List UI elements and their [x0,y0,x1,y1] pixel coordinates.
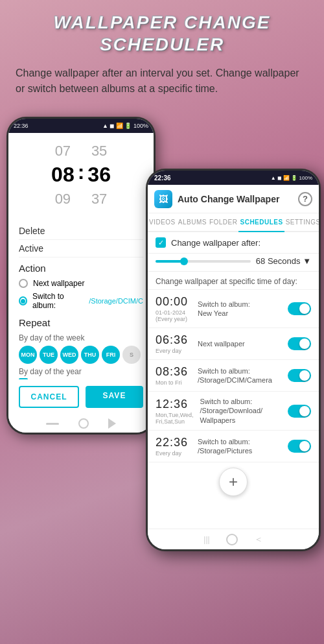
time-picker[interactable]: 07 08 09 : 35 36 37 [8,133,154,217]
right-nav-bar: ||| ＜ [148,529,319,549]
hour-column: 07 08 09 [51,142,75,209]
radio-dot [21,299,25,304]
day-mon[interactable]: MON [19,346,37,364]
schedule-time-block-2236: 22:36 Every day [156,436,191,457]
left-status-icons: ▲ ◼ 📶 🔋 100% [102,123,148,129]
nav-back-right[interactable]: ＜ [254,534,263,545]
schedule-item-0636[interactable]: 06:36 Every day Next wallpaper [148,328,319,360]
slider-thumb [180,257,188,265]
schedule-time-0836: 08:36 [156,365,191,379]
switch-album-label: Switch to album: [32,292,84,310]
schedule-item-2236[interactable]: 22:36 Every day Switch to album:/Storage… [148,431,319,462]
app-title: WALLPAPER CHANGE SCHEDULER [0,0,324,60]
schedule-item-0836[interactable]: 08:36 Mon to Fri Switch to album:/Storag… [148,360,319,392]
nav-back[interactable] [108,418,116,429]
left-form: Delete Active Action Next wallpaper Swit… [8,217,154,379]
right-status-bar: 22:36 ▲ ◼ 📶 🔋 100% [148,171,319,185]
toggle-0836[interactable] [288,369,311,382]
nav-recent[interactable] [46,423,59,425]
slider-fill [156,260,184,263]
help-icon[interactable]: ? [298,192,312,206]
top-hour: 07 [55,142,71,161]
slider-value: 68 Seconds ▼ [256,256,311,266]
right-content: ✓ Change wallpaper after: 68 Seconds ▼ [148,232,319,529]
schedule-action-0000: Switch to album:New Year [198,300,281,318]
schedule-sub-1236: Mon,Tue,Wed,Fri,Sat,Sun [156,412,194,425]
day-buttons: MON TUE WED THU FRI S [19,346,143,364]
mid-hour: 08 [51,161,75,189]
schedule-sub-2236: Every day [156,450,191,457]
minute-column: 35 36 37 [87,142,111,209]
add-schedule-fab[interactable]: + [219,468,248,496]
bottom-buttons: CANCEL SAVE [8,379,154,414]
switch-album-radio[interactable]: Switch to album: /Storage/DCIM/C [19,290,143,312]
tab-schedules[interactable]: SCHEDULES [238,213,284,232]
by-day-week-label: By day of the week [19,333,143,342]
left-status-bar: 22:36 ▲ ◼ 📶 🔋 100% [8,119,154,133]
schedule-time-0636: 06:36 [156,333,191,347]
next-wallpaper-radio-circle [19,279,28,288]
day-extra[interactable]: S [122,346,141,364]
mid-minute: 36 [87,161,111,189]
specific-time-heading: Change wallpaper at specific time of day… [148,272,319,290]
next-wallpaper-label: Next wallpaper [33,279,84,288]
app-subtitle: Change wallpaper after an interval you s… [0,60,324,107]
app-icon: 🖼 [154,190,172,208]
left-nav-bar [8,414,154,433]
schedule-time-block-0636: 06:36 Every day [156,333,191,354]
switch-album-radio-circle [19,296,27,305]
schedule-time-1236: 12:36 [156,398,194,411]
toggle-1236[interactable] [288,405,311,418]
top-minute: 35 [91,142,107,161]
toggle-knob-0836 [299,370,310,381]
schedule-item-0000[interactable]: 00:00 01-01-2024(Every year) Switch to a… [148,290,319,328]
schedule-time-block-0836: 08:36 Mon to Fri [156,365,191,386]
toggle-knob-0000 [299,304,310,314]
right-status-time: 22:36 [154,174,171,182]
action-label: Action [19,257,143,277]
repeat-label: Repeat [19,312,143,331]
toggle-0000[interactable] [288,302,311,315]
change-wallpaper-row: ✓ Change wallpaper after: [148,232,319,254]
schedule-time-0000: 00:00 [156,295,191,309]
right-status-icons: ▲ ◼ 📶 🔋 100% [271,175,312,181]
day-thu[interactable]: THU [81,346,99,364]
slider-row: 68 Seconds ▼ [148,254,319,272]
left-phone-screen: 22:36 ▲ ◼ 📶 🔋 100% 07 08 09 : 35 36 37 [8,119,154,433]
tab-folder[interactable]: FOLDER [208,213,239,231]
bot-minute: 37 [91,190,107,209]
next-wallpaper-radio[interactable]: Next wallpaper [19,277,143,290]
bot-hour: 09 [55,190,71,209]
toggle-2236[interactable] [288,440,311,453]
time-colon: : [75,160,88,184]
tab-settings[interactable]: SETTINGS [284,213,321,231]
nav-recent-right[interactable]: ||| [203,535,209,544]
wallpaper-checkbox[interactable]: ✓ [156,237,166,248]
change-wallpaper-label: Change wallpaper after: [171,238,260,248]
toggle-knob-2236 [299,441,310,451]
toggle-0636[interactable] [288,337,311,350]
schedule-action-0636: Next wallpaper [198,339,281,348]
tab-albums[interactable]: ALBUMS [177,213,208,231]
schedule-action-0836: Switch to album:/Storage/DCIM/Camera [198,366,281,385]
active-row: Active [19,240,143,257]
left-phone: 22:36 ▲ ◼ 📶 🔋 100% 07 08 09 : 35 36 37 [6,117,156,435]
cancel-button[interactable]: CANCEL [19,386,79,408]
slider-track[interactable] [156,260,251,263]
phones-area: 22:36 ▲ ◼ 📶 🔋 100% 07 08 09 : 35 36 37 [0,110,324,597]
day-wed[interactable]: WED [60,346,78,364]
album-path: /Storage/DCIM/C [89,297,143,305]
schedule-time-2236: 22:36 [156,436,191,449]
tab-videos[interactable]: VIDEOS [148,213,177,231]
schedule-item-1236[interactable]: 12:36 Mon,Tue,Wed,Fri,Sat,Sun Switch to … [148,392,319,431]
right-phone: 22:36 ▲ ◼ 📶 🔋 100% 🖼 Auto Change Wallpap… [146,169,321,551]
day-tue[interactable]: TUE [40,346,58,364]
save-button[interactable]: SAVE [86,386,143,408]
app-bar-title: Auto Change Wallpaper [178,194,293,204]
tabs-row: VIDEOS ALBUMS FOLDER SCHEDULES SETTINGS [148,213,319,232]
right-phone-screen: 22:36 ▲ ◼ 📶 🔋 100% 🖼 Auto Change Wallpap… [148,171,319,549]
day-fri[interactable]: FRI [102,346,120,364]
nav-home[interactable] [78,418,89,429]
nav-home-right[interactable] [226,534,238,545]
fab-area: + [148,462,319,501]
